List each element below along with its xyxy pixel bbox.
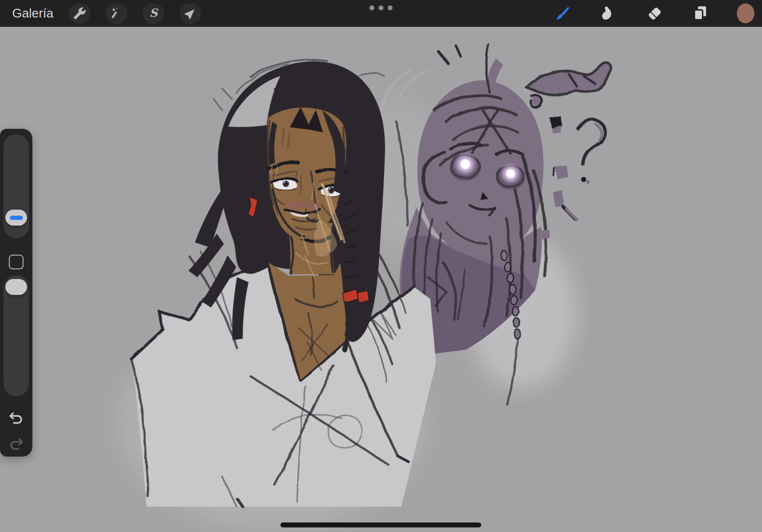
modify-button[interactable]	[9, 255, 24, 269]
smudge-button[interactable]	[600, 3, 618, 24]
undo-button[interactable]	[8, 409, 25, 426]
adjustments-button[interactable]	[106, 3, 127, 24]
brush-size-slider[interactable]	[3, 134, 29, 238]
redo-arrow-icon	[8, 434, 25, 452]
menu-dot	[388, 5, 393, 10]
procreate-window: Galería S	[0, 0, 762, 532]
arrow-cursor-icon	[184, 7, 197, 20]
magic-wand-icon	[110, 7, 123, 20]
eraser-icon	[646, 5, 663, 22]
home-indicator[interactable]	[280, 522, 481, 527]
color-swatch-button[interactable]	[737, 3, 754, 23]
gallery-button[interactable]: Galería	[12, 0, 53, 27]
svg-text:S: S	[149, 7, 158, 19]
canvas[interactable]	[0, 27, 762, 532]
menu-dot	[379, 5, 384, 10]
layers-button[interactable]	[691, 3, 709, 24]
s-ribbon-icon: S	[147, 7, 160, 20]
wrench-icon	[73, 7, 86, 20]
artwork	[0, 27, 762, 532]
transform-button[interactable]	[179, 3, 201, 24]
selection-button[interactable]: S	[142, 3, 164, 24]
brush-size-accent-bar	[10, 216, 23, 220]
smudge-finger-icon	[600, 5, 618, 22]
toolbar-right-group	[554, 3, 762, 24]
toolbar-drag-handle[interactable]	[362, 0, 400, 15]
opacity-slider[interactable]	[3, 275, 29, 396]
eraser-button[interactable]	[645, 3, 664, 24]
toolbar-left-group: Galería S	[0, 0, 201, 27]
brush-icon	[554, 5, 572, 22]
redo-button[interactable]	[8, 434, 25, 452]
undo-arrow-icon	[8, 409, 25, 426]
brush-sidebar	[0, 129, 32, 457]
brush-size-handle[interactable]	[5, 210, 27, 226]
actions-button[interactable]	[69, 3, 90, 24]
menu-dot	[370, 5, 375, 10]
opacity-handle[interactable]	[5, 279, 27, 295]
paint-brush-button[interactable]	[554, 3, 572, 24]
top-toolbar: Galería S	[0, 0, 762, 27]
layers-icon	[692, 5, 709, 22]
